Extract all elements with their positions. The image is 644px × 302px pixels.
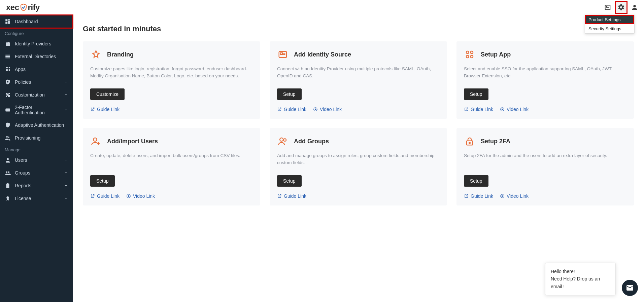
userplus-icon (90, 136, 102, 147)
card-title: Add Groups (294, 138, 329, 145)
svg-point-25 (469, 142, 470, 144)
guide-link[interactable]: Guide Link (90, 193, 120, 199)
chat-fab[interactable] (622, 280, 638, 296)
card-description: Add and manage groups to assign roles, g… (277, 152, 440, 170)
svg-point-13 (466, 51, 469, 54)
svg-point-14 (471, 51, 473, 54)
shield-search-icon (5, 79, 11, 85)
menu-product-settings[interactable]: Product Settings (585, 15, 634, 24)
sidebar-item-external-directories[interactable]: External Directories (0, 50, 73, 63)
groups-icon (5, 170, 11, 176)
video-link[interactable]: Video Link (500, 107, 529, 112)
chevron-down-icon (64, 80, 68, 84)
card-title: Setup 2FA (481, 138, 510, 145)
brand-text-right: rify (28, 3, 40, 12)
apps-icon (464, 49, 475, 60)
guide-link[interactable]: Guide Link (277, 193, 306, 199)
users-icon (277, 136, 289, 147)
card-action-button[interactable]: Setup (277, 175, 302, 187)
chevron-down-icon (64, 184, 68, 188)
grid-icon (5, 66, 11, 72)
chevron-down-icon (64, 171, 68, 175)
mail-icon (626, 284, 634, 292)
shield-check-icon (5, 122, 11, 128)
idcard-icon (277, 49, 289, 60)
svg-point-23 (284, 139, 286, 142)
card-setup-2fa: Setup 2FA Setup 2FA for the admin and th… (456, 128, 634, 205)
card-add-groups: Add Groups Add and manage groups to assi… (270, 128, 447, 205)
card-action-button[interactable]: Setup (277, 88, 302, 100)
menu-security-settings[interactable]: Security Settings (585, 24, 634, 33)
sidebar-item-reports[interactable]: Reports (0, 179, 73, 192)
video-link[interactable]: Video Link (313, 107, 342, 112)
chevron-down-icon (64, 196, 68, 200)
video-link[interactable]: Video Link (126, 193, 155, 199)
sidebar-item-users[interactable]: Users (0, 154, 73, 166)
brand-logo: xecrify (4, 3, 40, 12)
chevron-down-icon (64, 158, 68, 162)
card-title: Add/Import Users (107, 138, 158, 145)
chevron-down-icon (64, 108, 68, 112)
sidebar: Dashboard Configure Identity Providers E… (0, 15, 73, 302)
svg-point-0 (7, 81, 9, 83)
video-link[interactable]: Video Link (500, 193, 529, 199)
header-actions (602, 2, 640, 13)
sidebar-section-manage: Manage (0, 144, 73, 154)
chevron-down-icon (64, 93, 68, 97)
card-title: Branding (107, 51, 134, 58)
card-branding: Branding Customize pages like login, reg… (83, 41, 260, 119)
list-icon (5, 53, 11, 60)
sidebar-section-configure: Configure (0, 28, 73, 37)
card-title: Setup App (481, 51, 511, 58)
svg-point-22 (280, 138, 283, 141)
svg-point-5 (6, 172, 8, 173)
card-description: Setup 2FA for the admin and the users to… (464, 152, 626, 170)
sidebar-item-policies[interactable]: Policies (0, 76, 73, 88)
badge-icon (5, 195, 11, 201)
shield-logo-icon (20, 3, 28, 11)
app-header: xecrify Product Settings Security Settin… (0, 0, 644, 15)
sidebar-item-adaptive-auth[interactable]: Adaptive Authentication (0, 119, 73, 131)
settings-gear-button[interactable] (616, 2, 626, 13)
card-description: Select and enable SSO for the applicatio… (464, 66, 626, 83)
svg-point-7 (6, 196, 9, 199)
sidebar-item-identity-providers[interactable]: Identity Providers (0, 37, 73, 50)
twofa-icon (5, 107, 11, 113)
card-action-button[interactable]: Customize (90, 88, 125, 100)
card-action-button[interactable]: Setup (90, 175, 115, 187)
user-icon (5, 157, 11, 163)
lock-icon (464, 136, 475, 147)
guide-link[interactable]: Guide Link (464, 193, 493, 199)
people-icon (5, 135, 11, 141)
svg-point-4 (7, 158, 9, 160)
card-action-button[interactable]: Setup (464, 175, 488, 187)
svg-point-6 (8, 172, 10, 173)
guide-link[interactable]: Guide Link (90, 107, 120, 112)
guide-link[interactable]: Guide Link (277, 107, 306, 112)
card-description: Customize pages like login, registration… (90, 66, 253, 83)
puzzle-icon (5, 92, 11, 98)
briefcase-icon (5, 41, 11, 47)
svg-point-2 (6, 136, 8, 138)
svg-rect-1 (5, 109, 10, 112)
svg-rect-9 (280, 53, 282, 54)
card-add-identity-source: Add Identity Source Connect with an Iden… (270, 41, 447, 119)
card-action-button[interactable]: Setup (464, 88, 488, 100)
guide-link[interactable]: Guide Link (464, 107, 493, 112)
svg-point-16 (471, 55, 473, 58)
sidebar-item-customization[interactable]: Customization (0, 88, 73, 101)
settings-dropdown: Product Settings Security Settings (585, 15, 635, 34)
sidebar-item-provisioning[interactable]: Provisioning (0, 131, 73, 144)
sidebar-item-dashboard[interactable]: Dashboard (0, 15, 73, 28)
chat-toast: Hello there! Need Help? Drop us an email… (545, 263, 616, 295)
sidebar-item-groups[interactable]: Groups (0, 166, 73, 179)
docs-icon[interactable] (602, 2, 613, 13)
chat-line-1: Hello there! (551, 268, 610, 275)
sidebar-item-label: Dashboard (15, 19, 68, 24)
svg-point-18 (94, 138, 97, 141)
sidebar-item-apps[interactable]: Apps (0, 63, 73, 76)
profile-icon[interactable] (629, 2, 640, 13)
sidebar-item-2fa[interactable]: 2-Factor Authentication (0, 101, 73, 119)
sidebar-item-license[interactable]: License (0, 192, 73, 205)
dashboard-icon (5, 18, 11, 25)
